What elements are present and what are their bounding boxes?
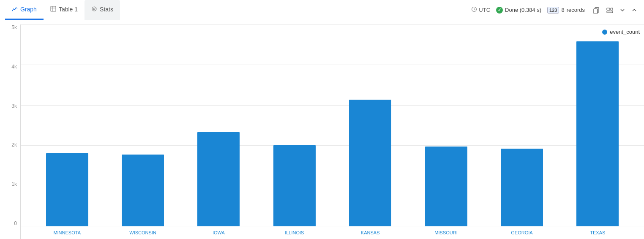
y-axis-label: 4k (5, 64, 17, 70)
y-axis-label: 2k (5, 142, 17, 148)
graph-icon (12, 6, 18, 13)
y-axis-label: 1k (5, 181, 17, 187)
tab-bar: Graph Table 1 Stats (5, 0, 120, 20)
done-label: Done (0.384 s) (505, 7, 541, 13)
stats-icon (91, 6, 97, 13)
bar[interactable] (349, 100, 391, 226)
bar-group (105, 29, 180, 226)
copy-button[interactable] (591, 5, 602, 15)
header-right: UTC ✓ Done (0.384 s) 123 8 records (471, 5, 639, 15)
x-axis-label: TEXAS (560, 230, 636, 235)
header-bar: Graph Table 1 Stats (0, 0, 644, 20)
tab-graph[interactable]: Graph (5, 0, 44, 20)
chart-main: MINNESOTAWISCONSINIOWAILLINOISKANSASMISS… (20, 24, 644, 239)
bar-group (484, 29, 559, 226)
y-axis-label: 5k (5, 24, 17, 30)
done-badge: ✓ Done (0.384 s) (496, 7, 541, 14)
x-axis-label: KANSAS (333, 230, 408, 235)
records-icon: 123 (547, 7, 559, 14)
expand-button[interactable] (604, 5, 615, 15)
bar-group (257, 29, 332, 226)
x-axis-label: MINNESOTA (29, 230, 105, 235)
bar[interactable] (273, 145, 316, 226)
y-axis-label: 3k (5, 103, 17, 109)
bar-group (333, 29, 408, 226)
x-axis-label: GEORGIA (484, 230, 559, 235)
bar-group (181, 29, 257, 226)
tab-graph-label: Graph (20, 6, 37, 13)
y-axis: 01k2k3k4k5k (0, 24, 20, 239)
utc-label: UTC (479, 7, 490, 13)
bar[interactable] (46, 153, 88, 226)
tab-table1-label: Table 1 (59, 6, 78, 13)
svg-rect-7 (594, 9, 598, 14)
svg-rect-10 (611, 8, 613, 10)
y-axis-label: 0 (5, 220, 17, 226)
chevron-down-button[interactable] (618, 6, 627, 14)
tab-stats-label: Stats (100, 6, 113, 13)
done-check-icon: ✓ (496, 7, 503, 14)
records-label: records (567, 7, 585, 13)
svg-point-4 (93, 8, 95, 10)
utc-badge: UTC (471, 6, 490, 14)
legend-label: event_count (610, 29, 640, 35)
svg-point-3 (92, 7, 96, 11)
chevron-up-button[interactable] (630, 6, 639, 14)
chart-container: 01k2k3k4k5k MINNESOTAWISCONSINIOWAILLINO… (0, 20, 644, 239)
x-labels: MINNESOTAWISCONSINIOWAILLINOISKANSASMISS… (21, 226, 644, 239)
x-axis-label: ILLINOIS (257, 230, 332, 235)
bar[interactable] (501, 149, 543, 226)
legend-dot (602, 30, 607, 35)
bar-group (29, 29, 105, 226)
svg-rect-8 (607, 8, 610, 10)
bars-area (21, 24, 644, 226)
x-axis-label: IOWA (181, 230, 257, 235)
bar[interactable] (425, 147, 467, 226)
records-count: 8 (561, 7, 564, 13)
svg-rect-9 (607, 11, 613, 13)
toolbar-icons (591, 5, 639, 15)
bar[interactable] (197, 132, 240, 226)
records-badge: 123 8 records (547, 7, 585, 14)
chart-plot-area: MINNESOTAWISCONSINIOWAILLINOISKANSASMISS… (20, 24, 644, 239)
bar[interactable] (122, 155, 164, 226)
x-axis-label: WISCONSIN (105, 230, 180, 235)
tab-stats[interactable]: Stats (85, 0, 120, 20)
bar-group (408, 29, 484, 226)
clock-icon (471, 6, 477, 14)
tab-table1[interactable]: Table 1 (44, 0, 85, 20)
x-axis-label: MISSOURI (408, 230, 484, 235)
svg-rect-0 (51, 6, 56, 11)
chart-legend: event_count (602, 29, 640, 35)
bar-group (560, 29, 636, 226)
table-icon (50, 6, 56, 13)
bar[interactable] (576, 41, 619, 226)
